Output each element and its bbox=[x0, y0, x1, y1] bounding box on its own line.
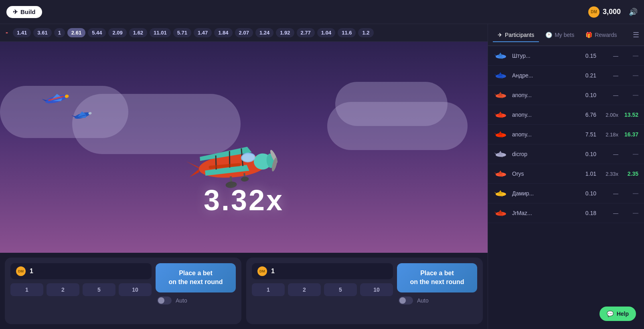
mult-badge-17[interactable]: 1.2 bbox=[358, 28, 373, 37]
participant-bet-8: 0.18 bbox=[580, 210, 596, 216]
participant-row: anony... 0.10 — — bbox=[488, 85, 644, 105]
mult-badge-0[interactable]: 1.41 bbox=[13, 28, 31, 37]
quick-btn-1-4[interactable]: 10 bbox=[119, 283, 152, 296]
participant-avatar-3 bbox=[494, 109, 508, 120]
auto-row-2: Auto bbox=[397, 297, 477, 305]
tab-rewards[interactable]: 🎁 Rewards bbox=[581, 28, 622, 42]
history-icon: 🕐 bbox=[545, 32, 552, 38]
svg-marker-33 bbox=[494, 54, 497, 56]
quick-btn-2-1[interactable]: 1 bbox=[252, 283, 285, 296]
mult-badge-6[interactable]: 1.62 bbox=[129, 28, 147, 37]
svg-marker-35 bbox=[498, 72, 503, 76]
place-bet-button-1[interactable]: Place a bet on the next round bbox=[156, 263, 236, 292]
place-bet-line2-2: on the next round bbox=[405, 278, 469, 286]
balance-display: DM 3,000 bbox=[588, 6, 621, 18]
mult-badge-13[interactable]: 1.92 bbox=[276, 28, 294, 37]
participant-avatar-6 bbox=[494, 168, 508, 179]
participant-name-3: anony... bbox=[512, 112, 576, 118]
mult-badge-2[interactable]: 1 bbox=[54, 28, 65, 37]
svg-marker-55 bbox=[498, 171, 503, 175]
participant-bet-3: 6.76 bbox=[580, 112, 596, 118]
participant-mult-1: — bbox=[600, 73, 618, 79]
bet-input-1[interactable]: DM 1 bbox=[10, 263, 152, 279]
tab-my-bets[interactable]: 🕐 My bets bbox=[541, 28, 579, 42]
mult-badge-4[interactable]: 5.44 bbox=[88, 28, 106, 37]
balance-value: 3,000 bbox=[603, 8, 621, 16]
place-bet-button-2[interactable]: Place a bet on the next round bbox=[397, 263, 477, 292]
bet-panel-2-right: Place a bet on the next round Auto bbox=[397, 263, 477, 319]
participant-avatar-5 bbox=[494, 148, 508, 160]
participant-row: Orys 1.01 2.33x 2.35 bbox=[488, 164, 644, 184]
mult-badge-15[interactable]: 1.04 bbox=[317, 28, 335, 37]
small-plane-2 bbox=[69, 104, 95, 127]
participant-mult-7: — bbox=[600, 191, 618, 197]
mult-badge-16[interactable]: 11.6 bbox=[338, 28, 356, 37]
svg-marker-41 bbox=[494, 93, 497, 95]
mult-badge-9[interactable]: 1.47 bbox=[194, 28, 212, 37]
auto-label-1: Auto bbox=[176, 297, 187, 304]
participant-name-7: Дамир... bbox=[512, 190, 576, 197]
participant-row: dicrop 0.10 — — bbox=[488, 144, 644, 164]
mult-badge-3[interactable]: 2.61 bbox=[67, 28, 85, 37]
mult-badge-7[interactable]: 11.01 bbox=[150, 28, 171, 37]
dm-coin-1: DM bbox=[16, 266, 26, 276]
gift-icon: 🎁 bbox=[585, 32, 592, 38]
game-canvas: 3.32x bbox=[0, 42, 488, 253]
game-area: - 1.41 3.61 1 2.61 5.44 2.09 1.62 11.01 … bbox=[0, 24, 488, 329]
svg-marker-39 bbox=[498, 92, 503, 96]
small-plane-1 bbox=[38, 83, 74, 114]
toggle-knob-2 bbox=[399, 297, 406, 304]
bet-input-2[interactable]: DM 1 bbox=[252, 263, 393, 279]
bet-panel-2-left: DM 1 1 2 5 10 bbox=[252, 263, 393, 319]
participant-mult-8: — bbox=[600, 210, 618, 216]
quick-btn-2-3[interactable]: 5 bbox=[324, 283, 357, 296]
participant-bet-7: 0.10 bbox=[580, 190, 596, 197]
help-button[interactable]: 💬 Help bbox=[599, 307, 636, 321]
quick-btn-2-2[interactable]: 2 bbox=[288, 283, 321, 296]
participant-bet-1: 0.21 bbox=[580, 72, 596, 79]
participant-avatar-0 bbox=[494, 50, 508, 61]
right-panel: ✈ Participants 🕐 My bets 🎁 Rewards ☰ Шту… bbox=[488, 24, 644, 329]
mult-badge-8[interactable]: 5.71 bbox=[173, 28, 191, 37]
mult-badge-14[interactable]: 2.77 bbox=[297, 28, 315, 37]
quick-btn-1-3[interactable]: 5 bbox=[83, 283, 115, 296]
participant-row: JrMaz... 0.18 — — bbox=[488, 203, 644, 223]
participants-label: Participants bbox=[505, 32, 534, 38]
chat-icon: 💬 bbox=[607, 311, 614, 317]
svg-marker-57 bbox=[494, 172, 497, 174]
quick-btn-2-4[interactable]: 10 bbox=[360, 283, 393, 296]
participant-name-1: Андре... bbox=[512, 72, 576, 79]
tab-bar: ✈ Participants 🕐 My bets 🎁 Rewards ☰ bbox=[488, 24, 644, 46]
mult-badge-10[interactable]: 1.84 bbox=[214, 28, 232, 37]
header-right: DM 3,000 🔊 bbox=[588, 6, 638, 18]
hamburger-icon[interactable]: ☰ bbox=[633, 30, 639, 39]
bet-panel-2: DM 1 1 2 5 10 Place a bet on the next ro… bbox=[246, 258, 483, 324]
auto-toggle-2[interactable] bbox=[399, 297, 413, 305]
header: ✈ Build DM 3,000 🔊 bbox=[0, 0, 644, 24]
place-bet-line2: on the next round bbox=[164, 278, 228, 286]
tab-participants[interactable]: ✈ Participants bbox=[493, 28, 539, 42]
sound-icon[interactable]: 🔊 bbox=[629, 8, 638, 16]
cloud-4 bbox=[327, 102, 468, 150]
svg-marker-45 bbox=[494, 113, 497, 115]
participant-mult-2: — bbox=[600, 92, 618, 98]
svg-marker-43 bbox=[498, 112, 503, 116]
bet-amount-2: 1 bbox=[271, 268, 275, 275]
participant-row: anony... 6.76 2.00x 13.52 bbox=[488, 105, 644, 125]
mult-badge-12[interactable]: 1.24 bbox=[255, 28, 273, 37]
header-left: ✈ Build bbox=[6, 6, 42, 18]
participant-win-1: — bbox=[622, 72, 638, 79]
mult-badge-1[interactable]: 3.61 bbox=[33, 28, 51, 37]
participant-name-5: dicrop bbox=[512, 151, 576, 157]
quick-amounts-2: 1 2 5 10 bbox=[252, 283, 393, 296]
build-button[interactable]: ✈ Build bbox=[6, 6, 42, 18]
mult-badge-11[interactable]: 2.07 bbox=[235, 28, 253, 37]
quick-btn-1-1[interactable]: 1 bbox=[10, 283, 43, 296]
mult-badge-5[interactable]: 2.09 bbox=[108, 28, 126, 37]
participant-name-2: anony... bbox=[512, 92, 576, 98]
auto-toggle-1[interactable] bbox=[157, 297, 172, 305]
quick-btn-1-2[interactable]: 2 bbox=[47, 283, 79, 296]
participant-win-0: — bbox=[622, 53, 638, 59]
minus-button[interactable]: - bbox=[3, 28, 10, 37]
bet-panel-1: DM 1 1 2 5 10 Place a bet on the next ro… bbox=[5, 258, 241, 324]
